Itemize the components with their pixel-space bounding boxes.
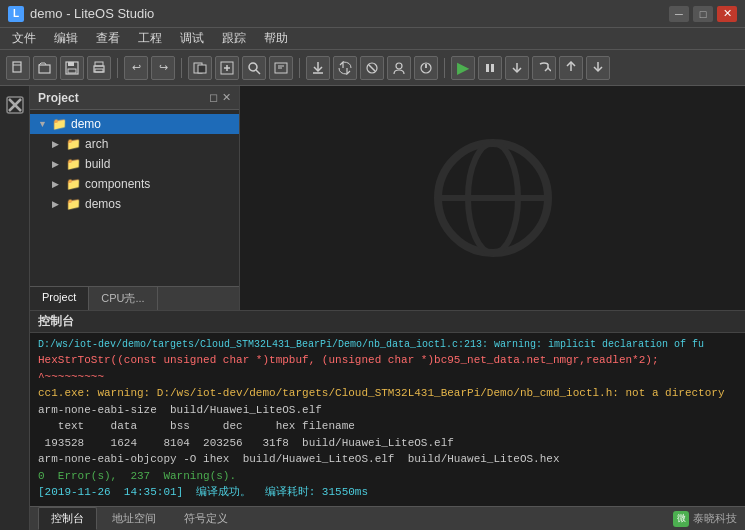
console-line-9: [2019-11-26 14:35:01] 编译成功。 编译耗时: 31550m… xyxy=(38,484,737,501)
menu-edit[interactable]: 编辑 xyxy=(46,28,86,49)
panel-close-btn[interactable]: ✕ xyxy=(222,91,231,104)
console-line-0: D:/ws/iot-dev/demo/targets/Cloud_STM32L4… xyxy=(38,337,737,352)
toolbar-download[interactable] xyxy=(306,56,330,80)
folder-icon-arch: 📁 xyxy=(66,137,81,151)
tree-arrow-build: ▶ xyxy=(52,159,62,169)
bottom-tab-address[interactable]: 地址空间 xyxy=(99,507,169,530)
tree-item-demos[interactable]: ▶ 📁 demos xyxy=(30,194,239,214)
activity-files[interactable] xyxy=(4,94,26,116)
tree-arrow-demo: ▼ xyxy=(38,119,48,129)
toolbar-stepout[interactable] xyxy=(559,56,583,80)
toolbar-save[interactable] xyxy=(60,56,84,80)
toolbar-pause[interactable] xyxy=(478,56,502,80)
svg-line-22 xyxy=(369,65,375,71)
panel-tab-cpu[interactable]: CPU壳... xyxy=(89,287,157,310)
toolbar-btn-5[interactable] xyxy=(269,56,293,80)
svg-line-15 xyxy=(256,70,260,74)
toolbar-stepinto[interactable] xyxy=(505,56,529,80)
panel-tab-project[interactable]: Project xyxy=(30,287,89,310)
project-panel: Project ◻ ✕ ▼ 📁 demo ▶ xyxy=(30,86,240,310)
menu-debug[interactable]: 调试 xyxy=(172,28,212,49)
console-line-6: 193528 1624 8104 203256 31f8 build/Huawe… xyxy=(38,435,737,452)
menu-help[interactable]: 帮助 xyxy=(256,28,296,49)
close-button[interactable]: ✕ xyxy=(717,6,737,22)
console-line-8: 0 Error(s), 237 Warning(s). xyxy=(38,468,737,485)
panel-float-btn[interactable]: ◻ xyxy=(209,91,218,104)
tree-arrow-arch: ▶ xyxy=(52,139,62,149)
toolbar-sync[interactable] xyxy=(333,56,357,80)
content-area: Project ◻ ✕ ▼ 📁 demo ▶ xyxy=(30,86,745,530)
menu-file[interactable]: 文件 xyxy=(4,28,44,49)
left-activity-bar xyxy=(0,86,30,530)
console-line-1: HexStrToStr((const unsigned char *)tmpbu… xyxy=(38,352,737,369)
folder-icon-demo: 📁 xyxy=(52,117,67,131)
menu-trace[interactable]: 跟踪 xyxy=(214,28,254,49)
window-title: demo - LiteOS Studio xyxy=(30,6,669,21)
tree-item-demo[interactable]: ▼ 📁 demo xyxy=(30,114,239,134)
minimize-button[interactable]: ─ xyxy=(669,6,689,22)
console-output: D:/ws/iot-dev/demo/targets/Cloud_STM32L4… xyxy=(30,333,745,506)
svg-rect-4 xyxy=(68,62,74,66)
folder-icon-components: 📁 xyxy=(66,177,81,191)
toolbar-btn-4[interactable] xyxy=(215,56,239,80)
tree-label-arch: arch xyxy=(85,137,108,151)
console-line-2: ^~~~~~~~~~ xyxy=(38,369,737,386)
toolbar-stepover[interactable] xyxy=(532,56,556,80)
project-panel-title: Project xyxy=(38,91,79,105)
project-tree: ▼ 📁 demo ▶ 📁 arch ▶ 📁 build xyxy=(30,110,239,286)
toolbar-sep-4 xyxy=(444,58,445,78)
toolbar-search[interactable] xyxy=(242,56,266,80)
tree-arrow-components: ▶ xyxy=(52,179,62,189)
toolbar-stop[interactable] xyxy=(360,56,384,80)
toolbar-stepdown[interactable] xyxy=(586,56,610,80)
svg-rect-27 xyxy=(491,64,494,72)
toolbar-run[interactable]: ▶ xyxy=(451,56,475,80)
bottom-tab-symbol[interactable]: 符号定义 xyxy=(171,507,241,530)
console-line-3: cc1.exe: warning: D:/ws/iot-dev/demo/tar… xyxy=(38,385,737,402)
toolbar-redo[interactable]: ↪ xyxy=(151,56,175,80)
tree-item-arch[interactable]: ▶ 📁 arch xyxy=(30,134,239,154)
toolbar-user[interactable] xyxy=(387,56,411,80)
svg-point-14 xyxy=(249,63,257,71)
toolbar: ↩ ↪ ▶ xyxy=(0,50,745,86)
brand-name: 泰晓科技 xyxy=(693,511,737,526)
svg-rect-26 xyxy=(486,64,489,72)
title-bar: L demo - LiteOS Studio ─ □ ✕ xyxy=(0,0,745,28)
console-header: 控制台 xyxy=(30,311,745,333)
app-icon: L xyxy=(8,6,24,22)
tree-item-build[interactable]: ▶ 📁 build xyxy=(30,154,239,174)
toolbar-undo[interactable]: ↩ xyxy=(124,56,148,80)
console-title: 控制台 xyxy=(38,313,74,330)
svg-rect-2 xyxy=(39,65,50,73)
menu-view[interactable]: 查看 xyxy=(88,28,128,49)
bottom-tab-console[interactable]: 控制台 xyxy=(38,507,97,530)
svg-rect-5 xyxy=(68,69,76,73)
toolbar-sep-2 xyxy=(181,58,182,78)
window-controls: ─ □ ✕ xyxy=(669,6,737,22)
tree-label-components: components xyxy=(85,177,150,191)
svg-point-23 xyxy=(396,63,402,69)
editor-watermark xyxy=(433,138,553,258)
tree-label-demo: demo xyxy=(71,117,101,131)
tree-label-demos: demos xyxy=(85,197,121,211)
brand-area: 微 泰晓科技 xyxy=(673,511,737,527)
wechat-icon: 微 xyxy=(673,511,689,527)
toolbar-print[interactable] xyxy=(87,56,111,80)
tree-item-components[interactable]: ▶ 📁 components xyxy=(30,174,239,194)
editor-area xyxy=(240,86,745,310)
console-line-7: arm-none-eabi-objcopy -O ihex build/Huaw… xyxy=(38,451,737,468)
toolbar-btn-3[interactable] xyxy=(188,56,212,80)
toolbar-sep-3 xyxy=(299,58,300,78)
toolbar-new[interactable] xyxy=(6,56,30,80)
svg-rect-10 xyxy=(198,65,206,73)
folder-icon-build: 📁 xyxy=(66,157,81,171)
project-panel-header: Project ◻ ✕ xyxy=(30,86,239,110)
folder-icon-demos: 📁 xyxy=(66,197,81,211)
console-panel: 控制台 D:/ws/iot-dev/demo/targets/Cloud_STM… xyxy=(30,310,745,530)
panel-tab-bar: Project CPU壳... xyxy=(30,286,239,310)
toolbar-open[interactable] xyxy=(33,56,57,80)
menu-project[interactable]: 工程 xyxy=(130,28,170,49)
toolbar-power[interactable] xyxy=(414,56,438,80)
maximize-button[interactable]: □ xyxy=(693,6,713,22)
bottom-tab-bar: 控制台 地址空间 符号定义 微 泰晓科技 xyxy=(30,506,745,530)
